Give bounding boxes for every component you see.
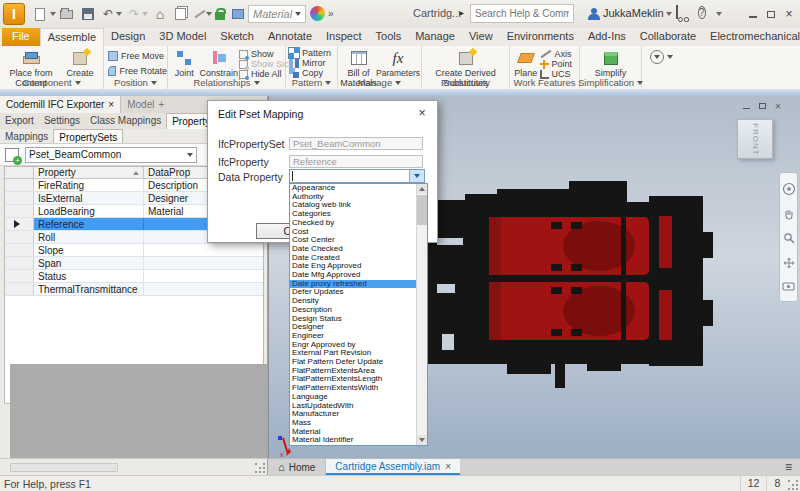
undo-dropdown[interactable] (116, 12, 122, 16)
dropdown-item[interactable]: Date Mfg Approved (290, 271, 416, 280)
dropdown-item[interactable]: Flat Pattern Defer Update (290, 358, 416, 367)
dropdown-item[interactable]: Defer Updates (290, 288, 416, 297)
dropdown-item[interactable]: Material (290, 428, 416, 437)
dropdown-item[interactable]: Design Status (290, 315, 416, 324)
dropdown-item[interactable]: Designer (290, 323, 416, 332)
iproperties-button[interactable] (172, 6, 188, 22)
new-file-dropdown[interactable] (50, 12, 56, 16)
group-label-productivity[interactable]: Productivity (422, 77, 509, 88)
maximize-button[interactable] (762, 6, 780, 22)
dropdown-item[interactable]: Cost (290, 228, 416, 237)
group-label-pattern[interactable]: Pattern (286, 77, 337, 88)
open-button[interactable] (58, 6, 74, 22)
tab-add-ins[interactable]: Add-Ins (581, 28, 633, 46)
search-input[interactable] (470, 4, 574, 23)
dropdown-item[interactable]: Language (290, 393, 416, 402)
inventor-logo-icon[interactable]: I (3, 3, 25, 25)
dropdown-item[interactable]: Material Identifier (290, 436, 416, 445)
dropdown-item[interactable]: FlatPatternExtentsLength (290, 375, 416, 384)
dropdown-item[interactable]: Date Eng Approved (290, 262, 416, 271)
dialog-close-button[interactable]: × (414, 105, 430, 120)
tab-tools[interactable]: Tools (369, 28, 409, 46)
ribbon-more-button[interactable] (642, 46, 673, 89)
dropdown-item[interactable]: Authority (290, 193, 416, 202)
group-label-relationships[interactable]: Relationships (168, 77, 285, 88)
user-dropdown[interactable] (666, 12, 672, 16)
tab-collaborate[interactable]: Collaborate (633, 28, 703, 46)
pattern-button[interactable]: Pattern (289, 48, 337, 58)
constrain-button[interactable]: Constrain (199, 47, 239, 79)
viewport-restore-icon[interactable] (755, 100, 769, 112)
minimize-button[interactable] (744, 6, 762, 22)
dropdown-item[interactable]: Cost Center (290, 236, 416, 245)
dropdown-item[interactable]: Engineer (290, 332, 416, 341)
subtab-mappings[interactable]: Mappings (0, 129, 53, 143)
joint-button[interactable]: Joint (170, 47, 199, 79)
title-arrow-icon[interactable]: ▸ (459, 7, 464, 18)
dropdown-item[interactable]: FlatPatternExtentsArea (290, 367, 416, 376)
help-button[interactable]: ? (698, 6, 706, 19)
window-resize-grip[interactable] (788, 480, 790, 482)
update-button[interactable] (212, 6, 228, 22)
new-file-button[interactable] (32, 6, 48, 22)
undo-button[interactable]: ↶ (100, 6, 116, 22)
tab-environments[interactable]: Environments (500, 28, 581, 46)
appearance-wheel-icon[interactable] (310, 6, 325, 21)
axis-button[interactable]: Axis (540, 49, 577, 59)
tab-export[interactable]: Export (0, 113, 39, 129)
tab-view[interactable]: View (462, 28, 500, 46)
simplify-button[interactable]: Simplify (588, 47, 634, 79)
qat-expand-button[interactable]: » (328, 8, 334, 19)
tab-manage[interactable]: Manage (408, 28, 462, 46)
group-label-work-features[interactable]: Work Features (510, 77, 579, 88)
column-header-property[interactable]: Property (34, 167, 144, 178)
tab-annotate[interactable]: Annotate (261, 28, 319, 46)
home-button[interactable]: ⌂ (152, 6, 168, 22)
tab-electromechanical[interactable]: Electromechanical (703, 28, 800, 46)
material-combo[interactable]: Material (248, 5, 306, 23)
dropdown-item[interactable]: Appearance (290, 184, 416, 193)
redo-button[interactable]: ↷ (126, 6, 142, 22)
table-row[interactable]: Span (5, 257, 263, 270)
scroll-up-button[interactable] (417, 184, 427, 194)
scrollbar-thumb[interactable] (417, 195, 427, 225)
viewport-minimize-icon[interactable] (739, 100, 753, 112)
tab-3d-model[interactable]: 3D Model (152, 28, 213, 46)
pset-combo[interactable]: Pset_BeamCommon (25, 147, 197, 163)
tab-codemill-ifc-exporter[interactable]: Codemill IFC Exporter× (0, 96, 121, 113)
dropdown-item[interactable]: Categories (290, 210, 416, 219)
group-label-simplification[interactable]: Simplification (580, 77, 641, 88)
zoom-icon[interactable] (783, 232, 795, 244)
tab-close-icon[interactable]: × (445, 461, 451, 472)
dropdown-item[interactable]: Engr Approved by (290, 341, 416, 350)
subtab-propertysets[interactable]: PropertySets (53, 129, 123, 143)
tab-model-browser[interactable]: Model+ (121, 96, 170, 113)
point-button[interactable]: Point (540, 59, 577, 69)
data-property-combo[interactable] (289, 169, 425, 183)
pan-hand-icon[interactable] (783, 208, 795, 220)
measure-button[interactable] (230, 6, 246, 22)
panel-resize-grip[interactable] (255, 463, 257, 465)
dropdown-item[interactable]: Mass (290, 419, 416, 428)
group-label-position[interactable]: Position (104, 77, 167, 88)
signed-in-user[interactable]: JukkaMeklin (603, 7, 664, 19)
tab-design[interactable]: Design (104, 28, 152, 46)
mirror-button[interactable]: Mirror (289, 58, 337, 68)
dropdown-item-highlighted[interactable]: Date proxy refreshed (290, 280, 416, 289)
help-dropdown[interactable] (716, 12, 722, 16)
dropdown-item[interactable]: Date Created (290, 254, 416, 263)
viewport-close-icon[interactable]: × (771, 100, 785, 112)
orbit-icon[interactable] (783, 257, 795, 269)
group-label-component[interactable]: Component (0, 77, 103, 88)
table-row[interactable]: Slope (5, 244, 263, 257)
dropdown-item[interactable]: FlatPatternExtentsWidth (290, 384, 416, 393)
free-rotate-button[interactable]: Free Rotate (108, 63, 167, 78)
table-row[interactable]: ThermalTransmittance (5, 283, 263, 296)
look-at-icon[interactable] (782, 281, 795, 292)
free-move-button[interactable]: Free Move (108, 48, 167, 63)
dropdown-item[interactable]: Checked by (290, 219, 416, 228)
show-button[interactable]: Show (239, 49, 283, 59)
tab-settings[interactable]: Settings (39, 113, 85, 129)
navigation-wheel-icon[interactable] (782, 182, 796, 196)
show-sick-button[interactable]: Show Sick (239, 59, 283, 69)
